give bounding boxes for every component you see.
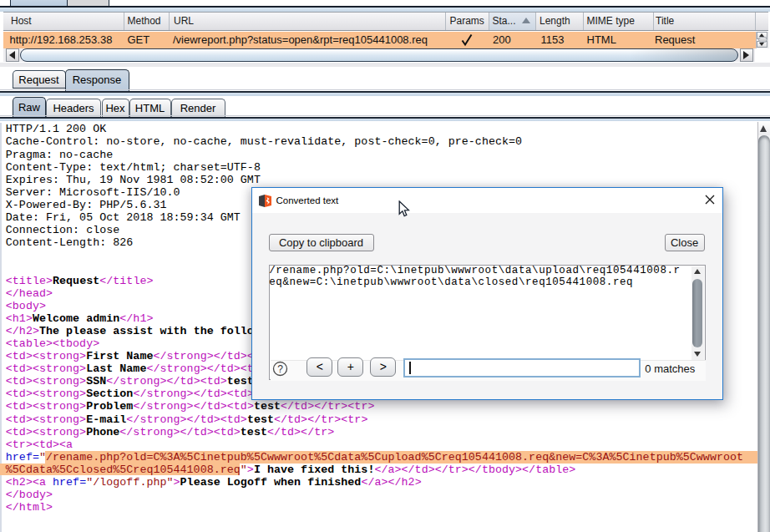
svg-text:?: ? <box>277 363 283 375</box>
